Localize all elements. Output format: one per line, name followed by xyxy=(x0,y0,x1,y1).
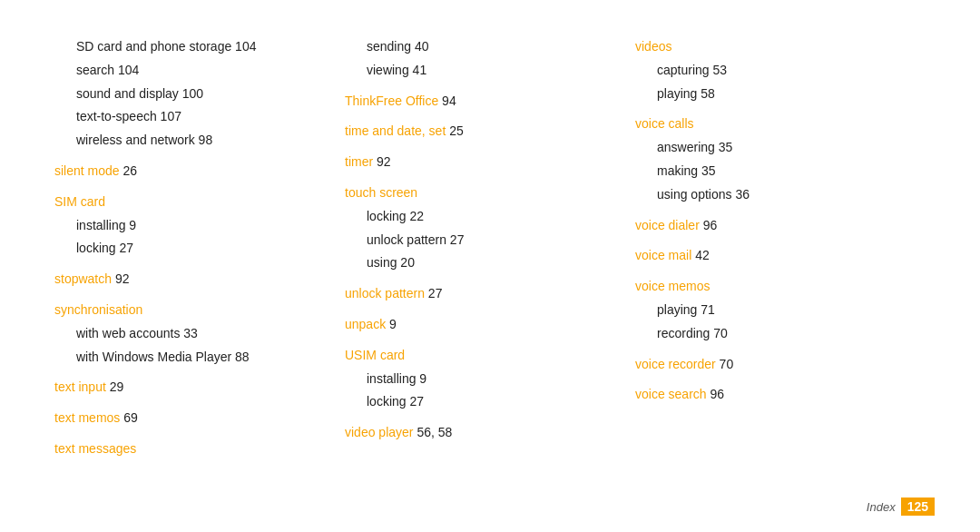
index-entry: with web accounts 33 xyxy=(54,323,345,345)
entry-label: unlock pattern xyxy=(345,286,425,300)
entry-label: voice memos xyxy=(635,279,710,293)
index-entry: SIM card xyxy=(54,192,345,213)
spacer xyxy=(345,338,635,343)
index-entry: viewing 41 xyxy=(345,60,635,82)
index-entry: videos xyxy=(635,36,926,58)
entry-label: SIM card xyxy=(54,194,105,209)
index-entry: installing 9 xyxy=(345,369,635,390)
entry-page-number: 9 xyxy=(125,218,136,232)
index-entry: recording 70 xyxy=(635,323,926,345)
entry-label: timer xyxy=(345,154,373,169)
spacer xyxy=(345,113,635,119)
entry-page-number: 70 xyxy=(716,357,733,371)
spacer xyxy=(345,175,635,181)
index-entry: capturing 53 xyxy=(635,60,926,82)
entry-label: locking xyxy=(367,209,407,223)
entry-page-number: 69 xyxy=(120,410,137,425)
index-entry: synchronisation xyxy=(54,300,345,321)
spacer xyxy=(345,415,635,420)
index-entry: unlock pattern 27 xyxy=(345,283,635,305)
entry-page-number: 53 xyxy=(710,63,727,77)
entry-page-number: 25 xyxy=(446,123,463,138)
entry-page-number: 27 xyxy=(407,394,424,409)
entry-page-number: 27 xyxy=(425,286,442,300)
entry-label: SD card and phone storage xyxy=(76,39,231,54)
entry-page-number: 27 xyxy=(446,232,464,247)
entry-label: using options xyxy=(657,187,732,202)
footer: Index 125 xyxy=(867,498,935,516)
index-column-col3: videoscapturing 53playing 58voice callsa… xyxy=(635,36,926,505)
entry-label: wireless and network xyxy=(76,133,195,147)
entry-page-number: 35 xyxy=(715,140,732,154)
index-entry: wireless and network 98 xyxy=(54,130,345,152)
entry-label: sound and display xyxy=(76,86,179,101)
entry-page-number: 36 xyxy=(732,187,750,202)
index-entry: voice recorder 70 xyxy=(635,354,926,376)
entry-label: ThinkFree Office xyxy=(345,94,438,108)
index-entry: stopwatch 92 xyxy=(54,269,345,291)
spacer xyxy=(345,307,635,312)
entry-label: installing xyxy=(367,371,416,386)
index-entry: touch screen xyxy=(345,182,635,204)
index-entry: search 104 xyxy=(54,60,345,82)
entry-label: capturing xyxy=(657,63,710,77)
index-column-col1: SD card and phone storage 104search 104s… xyxy=(54,36,345,505)
entry-label: with web accounts xyxy=(76,326,180,340)
entry-page-number: 94 xyxy=(438,94,456,108)
entry-page-number: 9 xyxy=(386,317,397,331)
index-entry: text memos 69 xyxy=(54,408,345,429)
entry-label: voice dialer xyxy=(635,218,700,232)
entry-label: voice search xyxy=(635,387,707,401)
entry-label: time and date, set xyxy=(345,123,446,138)
entry-label: video player xyxy=(345,425,414,439)
index-entry: silent mode 26 xyxy=(54,161,345,182)
index-entry: installing 9 xyxy=(54,215,345,237)
index-entry: unpack 9 xyxy=(345,314,635,336)
index-entry: text-to-speech 107 xyxy=(54,106,345,128)
index-entry: playing 58 xyxy=(635,84,926,105)
entry-page-number: 9 xyxy=(416,371,426,386)
page-content: SD card and phone storage 104search 104s… xyxy=(0,0,980,532)
entry-label: unlock pattern xyxy=(367,232,446,247)
entry-page-number: 40 xyxy=(411,39,428,54)
index-entry: unlock pattern 27 xyxy=(345,230,635,251)
entry-label: recording xyxy=(657,326,710,340)
spacer xyxy=(635,208,926,213)
spacer xyxy=(54,153,345,159)
spacer xyxy=(54,431,345,437)
entry-label: USIM card xyxy=(345,348,405,362)
index-entry: voice mail 42 xyxy=(635,245,926,267)
entry-page-number: 96 xyxy=(707,387,724,401)
entry-label: text messages xyxy=(54,441,136,456)
entry-page-number: 98 xyxy=(195,133,212,147)
entry-label: with Windows Media Player xyxy=(76,350,231,364)
index-entry: SD card and phone storage 104 xyxy=(54,36,345,58)
entry-label: videos xyxy=(635,39,671,54)
index-entry: making 35 xyxy=(635,161,926,182)
entry-label: search xyxy=(76,63,114,77)
entry-page-number: 35 xyxy=(698,163,715,178)
entry-label: locking xyxy=(367,394,407,409)
entry-label: sending xyxy=(367,39,411,54)
entry-label: unpack xyxy=(345,317,386,331)
entry-label: synchronisation xyxy=(54,302,142,317)
spacer xyxy=(54,292,345,298)
entry-page-number: 26 xyxy=(120,163,137,178)
entry-label: voice mail xyxy=(635,248,691,262)
entry-label: using xyxy=(367,255,397,270)
index-entry: text messages xyxy=(54,438,345,460)
spacer xyxy=(54,184,345,190)
index-entry: voice dialer 96 xyxy=(635,215,926,237)
entry-label: answering xyxy=(657,140,715,154)
entry-label: voice calls xyxy=(635,116,694,131)
entry-page-number: 22 xyxy=(407,209,424,223)
index-entry: text input 29 xyxy=(54,377,345,399)
entry-page-number: 104 xyxy=(114,63,139,77)
entry-page-number: 29 xyxy=(106,379,123,394)
entry-page-number: 27 xyxy=(116,241,133,255)
entry-page-number: 100 xyxy=(179,86,203,101)
spacer xyxy=(54,369,345,375)
index-entry: voice memos xyxy=(635,276,926,298)
index-entry: sending 40 xyxy=(345,36,635,58)
index-entry: sound and display 100 xyxy=(54,84,345,105)
